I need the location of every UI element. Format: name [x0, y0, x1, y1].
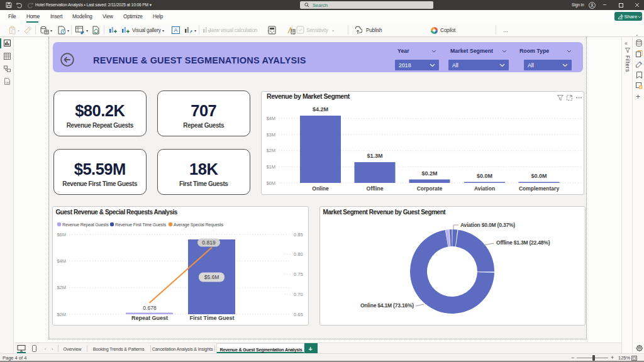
- svg-text:A: A: [174, 27, 177, 33]
- svg-text:$3M: $3M: [266, 132, 275, 138]
- svg-text:$0.0M: $0.0M: [477, 173, 492, 179]
- svg-text:Revenue Repeat Guests: Revenue Repeat Guests: [62, 222, 109, 228]
- svg-text:$0M: $0M: [266, 180, 275, 186]
- svg-text:DAX: DAX: [6, 82, 11, 84]
- svg-text:0.75: 0.75: [294, 272, 303, 277]
- svg-text:$4M: $4M: [266, 116, 275, 121]
- svg-text:Aviation: Aviation: [474, 185, 495, 192]
- svg-text:Online $4.1M (73.16%): Online $4.1M (73.16%): [360, 302, 414, 309]
- svg-text:$1M: $1M: [266, 164, 275, 170]
- svg-text:Revenue First Time Guests: Revenue First Time Guests: [115, 222, 167, 227]
- svg-text:$2M: $2M: [266, 148, 275, 153]
- svg-text:Repeat Guest: Repeat Guest: [131, 315, 168, 321]
- svg-text:First Time Guest: First Time Guest: [190, 315, 235, 321]
- svg-text:Offline: Offline: [367, 185, 384, 192]
- svg-text:Complementary: Complementary: [519, 185, 560, 192]
- svg-text:$5.6M: $5.6M: [204, 274, 219, 280]
- svg-text:Corporate: Corporate: [417, 185, 443, 192]
- svg-text:$0.0M: $0.0M: [531, 173, 547, 179]
- svg-text:$4M: $4M: [57, 258, 66, 264]
- svg-text:0.819: 0.819: [202, 239, 216, 246]
- svg-text:$2M: $2M: [57, 285, 66, 290]
- svg-text:Online: Online: [312, 185, 329, 192]
- svg-text:0.678: 0.678: [143, 305, 157, 311]
- svg-text:0.70: 0.70: [294, 292, 303, 297]
- svg-text:0.85: 0.85: [294, 232, 303, 238]
- svg-text:0.80: 0.80: [294, 251, 303, 257]
- svg-text:$0.2M: $0.2M: [421, 170, 437, 177]
- svg-text:$1.3M: $1.3M: [367, 153, 382, 159]
- svg-text:$4.2M: $4.2M: [313, 106, 328, 112]
- svg-text:0.65: 0.65: [294, 312, 303, 317]
- svg-text:$6M: $6M: [57, 232, 66, 238]
- svg-text:Offline $1.3M (22.48%): Offline $1.3M (22.48%): [496, 239, 550, 246]
- svg-text:Average Special Requests: Average Special Requests: [174, 222, 223, 228]
- svg-text:$0M: $0M: [57, 312, 66, 317]
- svg-text:Aviation $0.0M (0.37%): Aviation $0.0M (0.37%): [460, 222, 515, 228]
